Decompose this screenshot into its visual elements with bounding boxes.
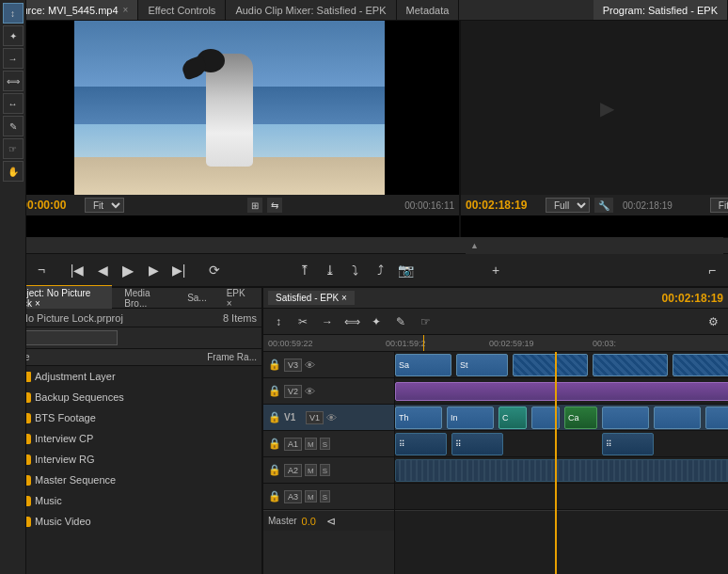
list-item[interactable]: ▶ BTS Footage xyxy=(0,407,261,428)
clip-v3-5[interactable] xyxy=(673,354,728,376)
list-item[interactable]: ▶ Music Video xyxy=(0,511,261,532)
master-label-text: Master xyxy=(268,516,297,526)
tl-select-btn[interactable]: ↕ xyxy=(268,311,289,332)
tl-hand-btn[interactable]: ☞ xyxy=(415,311,435,332)
track-eye-v1[interactable]: 👁 xyxy=(326,412,337,423)
sa-tab[interactable]: Sa... xyxy=(180,291,214,305)
clip-a1-2[interactable]: ⠿ xyxy=(451,433,503,455)
program-duration: 00:02:18:19 xyxy=(623,200,673,211)
track-a1-m[interactable]: M xyxy=(305,438,317,450)
effect-controls-tab[interactable]: Effect Controls xyxy=(138,0,226,20)
program-wrench-btn[interactable]: 🔧 xyxy=(594,198,613,213)
program-tab[interactable]: Program: Satisfied - EPK xyxy=(593,0,728,20)
clip-v1-6[interactable] xyxy=(602,407,649,429)
clip-v1-8[interactable] xyxy=(705,407,728,429)
timeline-playhead xyxy=(423,335,424,351)
tl-ripple-btn[interactable]: ⟺ xyxy=(341,311,362,332)
clip-v1-3[interactable]: C xyxy=(499,407,527,429)
program-mark-out-btn[interactable]: ⌐ xyxy=(701,259,723,281)
track-v2-btn[interactable]: V2 xyxy=(284,385,302,398)
step-back-btn[interactable]: ◀ xyxy=(91,259,114,281)
clip-v3-3[interactable] xyxy=(513,354,588,376)
program-fit-select[interactable]: Full xyxy=(546,198,590,213)
clip-a1-1[interactable]: ⠿ xyxy=(395,433,447,455)
play-btn[interactable]: ▶ xyxy=(117,259,139,281)
clip-v1-7[interactable] xyxy=(654,407,701,429)
master-expand-btn[interactable]: ⊲ xyxy=(321,511,341,532)
track-row-a1[interactable]: ⠿ ⠿ ⠿ xyxy=(395,431,728,457)
clip-v1-1[interactable]: Th xyxy=(395,407,442,429)
source-export-btn[interactable]: ⊞ xyxy=(247,198,262,213)
go-to-out-btn[interactable]: ▶| xyxy=(167,259,190,281)
top-tabs: Source: MVI_5445.mp4 × Effect Controls A… xyxy=(0,0,728,21)
timeline-tab[interactable]: Satisfied - EPK × xyxy=(268,291,355,305)
tl-slip-btn[interactable]: ✦ xyxy=(366,311,387,332)
tl-pen-btn[interactable]: ✎ xyxy=(390,311,411,332)
track-row-a2[interactable] xyxy=(395,457,728,484)
track-a3-btn[interactable]: A3 xyxy=(284,490,302,503)
panel-header: Project: No Picture Lock × Media Bro... … xyxy=(0,288,261,309)
track-eye-v2[interactable]: 👁 xyxy=(305,386,315,397)
source-fit-select[interactable]: Fit xyxy=(85,198,124,213)
clip-v1-5[interactable]: Ca xyxy=(564,407,597,429)
track-a1-btn[interactable]: A1 xyxy=(284,438,302,451)
source-tab-close[interactable]: × xyxy=(123,5,129,15)
list-item[interactable]: ▶ Interview CP xyxy=(0,428,261,449)
clip-v3-2[interactable]: St xyxy=(456,354,508,376)
mark-out-btn[interactable]: ¬ xyxy=(30,259,53,281)
ruler-time-3: 00:02:59:19 xyxy=(489,339,534,348)
add-btn[interactable]: + xyxy=(484,259,507,281)
track-a2-m[interactable]: M xyxy=(305,464,317,476)
track-a3-m[interactable]: M xyxy=(305,490,317,502)
track-eye-v3[interactable]: 👁 xyxy=(305,359,315,371)
timeline-timecode: 00:02:18:19 xyxy=(662,292,723,305)
overwrite-btn[interactable]: ⤴ xyxy=(370,259,392,281)
track-lock-v1[interactable]: 🔒 xyxy=(268,411,281,423)
camera-btn[interactable]: 📷 xyxy=(395,259,418,281)
track-v1-btn[interactable]: V1 xyxy=(306,411,324,424)
list-item[interactable]: ▶ Master Sequence xyxy=(0,470,261,490)
go-to-in-btn[interactable]: |◀ xyxy=(66,259,88,281)
track-row-v3[interactable]: Sa St xyxy=(395,352,728,378)
list-item[interactable]: ▶ Interview RG xyxy=(0,449,261,470)
extract-btn[interactable]: ⤓ xyxy=(319,259,341,281)
track-row-a3[interactable] xyxy=(395,484,728,510)
track-lock-a2[interactable]: 🔒 xyxy=(268,464,281,476)
track-label-a1: 🔒 A1 M S xyxy=(263,431,394,457)
clip-v2-1[interactable] xyxy=(395,382,728,401)
track-a3-s[interactable]: S xyxy=(320,490,330,502)
timeline-panel: Satisfied - EPK × 00:02:18:19 ↕ ✂ → ⟺ ✦ … xyxy=(263,288,728,574)
tl-settings-btn[interactable]: ⚙ xyxy=(703,311,723,332)
clip-v1-4[interactable] xyxy=(531,407,560,429)
step-fwd-btn[interactable]: ▶ xyxy=(142,259,165,281)
track-a1-s[interactable]: S xyxy=(320,438,330,450)
metadata-tab[interactable]: Metadata xyxy=(397,0,460,20)
track-lock-v3[interactable]: 🔒 xyxy=(268,359,281,371)
track-row-v1[interactable]: Th In C Ca xyxy=(395,405,728,431)
list-item[interactable]: ▶ Backup Sequences xyxy=(0,387,261,407)
tl-track-select-btn[interactable]: → xyxy=(317,311,338,332)
program-fit-select2[interactable]: Fit xyxy=(710,198,728,213)
list-item[interactable]: ▶ Adjustment Layer xyxy=(0,366,261,387)
clip-v3-4[interactable] xyxy=(593,354,668,376)
track-lock-v2[interactable]: 🔒 xyxy=(268,385,281,397)
insert-btn[interactable]: ⤵ xyxy=(344,259,367,281)
clip-v3-1[interactable]: Sa xyxy=(395,354,451,376)
epk-tab[interactable]: EPK × xyxy=(219,286,257,311)
clip-a2-1[interactable] xyxy=(395,459,728,482)
source-settings-btn[interactable]: ⇆ xyxy=(267,198,282,213)
list-item[interactable]: ▶ Music xyxy=(0,490,261,511)
loop-btn[interactable]: ⟳ xyxy=(203,259,226,281)
tl-razor-btn[interactable]: ✂ xyxy=(293,311,313,332)
lift-btn[interactable]: ⤒ xyxy=(293,259,316,281)
clip-a1-3[interactable]: ⠿ xyxy=(602,433,654,455)
media-browser-tab[interactable]: Media Bro... xyxy=(117,286,175,311)
track-row-v2[interactable] xyxy=(395,378,728,405)
track-lock-a1[interactable]: 🔒 xyxy=(268,438,281,450)
track-lock-a3[interactable]: 🔒 xyxy=(268,490,281,502)
clip-v1-2[interactable]: In xyxy=(447,407,494,429)
audio-mixer-tab[interactable]: Audio Clip Mixer: Satisfied - EPK xyxy=(226,0,396,20)
track-a2-s[interactable]: S xyxy=(320,464,330,476)
track-a2-btn[interactable]: A2 xyxy=(284,464,302,477)
track-v3-btn[interactable]: V3 xyxy=(284,359,302,372)
